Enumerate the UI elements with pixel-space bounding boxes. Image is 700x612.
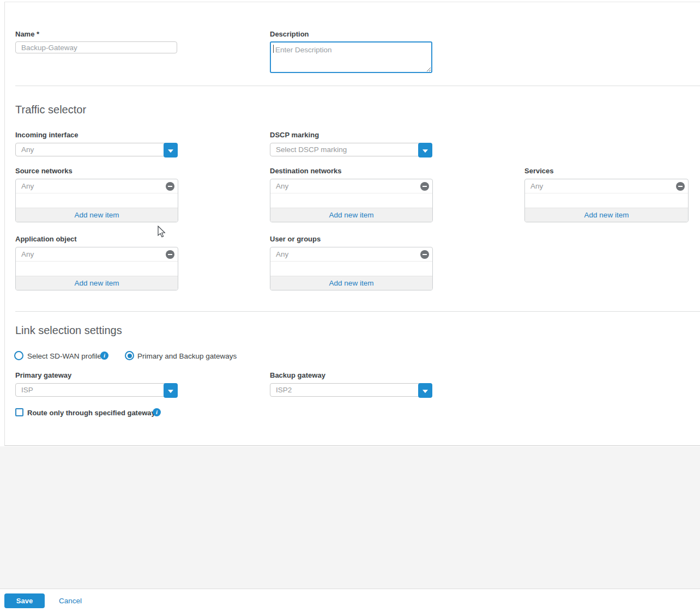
backup-gateway-label: Backup gateway: [270, 371, 325, 379]
incoming-interface-select[interactable]: Any: [15, 143, 178, 156]
radio-primary-backup-gateways-label: Primary and Backup gateways: [137, 352, 237, 361]
add-new-item-button[interactable]: Add new item: [525, 208, 688, 222]
list-item-label: Any: [21, 182, 34, 190]
text-caret: [273, 45, 274, 53]
application-object-label: Application object: [15, 235, 77, 243]
listbox-empty-area: [270, 193, 432, 208]
primary-gateway-value: ISP: [21, 384, 33, 396]
page-background-band: [0, 446, 700, 589]
remove-item-icon[interactable]: [166, 250, 174, 259]
info-icon[interactable]: i: [100, 352, 108, 360]
services-label: Services: [524, 167, 554, 175]
list-item: Any: [525, 179, 688, 193]
name-label: Name *: [15, 30, 39, 38]
list-item: Any: [270, 179, 432, 193]
backup-gateway-select[interactable]: ISP2: [270, 383, 432, 397]
remove-item-icon[interactable]: [166, 182, 174, 191]
listbox-empty-area: [16, 193, 178, 208]
route-only-checkbox[interactable]: [15, 408, 23, 416]
backup-gateway-value: ISP2: [276, 384, 292, 396]
save-button[interactable]: Save: [4, 593, 45, 608]
incoming-interface-value: Any: [21, 143, 34, 156]
radio-sdwan-profile[interactable]: [14, 351, 23, 360]
list-item-label: Any: [21, 250, 34, 258]
radio-primary-backup-gateways[interactable]: [125, 351, 134, 360]
section-divider: [15, 86, 700, 86]
source-networks-listbox: Any Add new item: [15, 179, 178, 222]
primary-gateway-select[interactable]: ISP: [15, 383, 178, 397]
dscp-marking-select[interactable]: Select DSCP marking: [270, 143, 432, 156]
add-new-item-button[interactable]: Add new item: [270, 276, 432, 290]
listbox-empty-area: [16, 262, 178, 276]
destination-networks-label: Destination networks: [270, 167, 341, 175]
info-icon[interactable]: i: [153, 408, 161, 416]
cancel-link[interactable]: Cancel: [59, 593, 82, 608]
user-or-groups-listbox: Any Add new item: [270, 247, 433, 290]
source-networks-label: Source networks: [15, 167, 73, 175]
section-divider: [15, 311, 700, 312]
action-footer: [0, 589, 700, 612]
add-new-item-button[interactable]: Add new item: [16, 276, 178, 290]
radio-sdwan-profile-label: Select SD-WAN profile: [27, 352, 101, 361]
remove-item-icon[interactable]: [420, 182, 429, 191]
add-new-item-button[interactable]: Add new item: [16, 208, 178, 222]
list-item: Any: [16, 247, 178, 262]
destination-networks-listbox: Any Add new item: [270, 179, 433, 222]
chevron-down-icon[interactable]: [164, 143, 178, 157]
list-item-label: Any: [530, 182, 543, 190]
list-item-label: Any: [276, 250, 288, 258]
sdwan-route-config-page: Name * Description Traffic selector Inco…: [0, 0, 700, 612]
description-label: Description: [270, 30, 309, 38]
listbox-empty-area: [270, 262, 432, 276]
remove-item-icon[interactable]: [676, 182, 685, 191]
name-input[interactable]: [15, 41, 177, 53]
list-item: Any: [270, 247, 432, 262]
primary-gateway-label: Primary gateway: [15, 371, 71, 379]
traffic-selector-heading: Traffic selector: [15, 104, 86, 116]
dscp-marking-value: Select DSCP marking: [276, 143, 347, 156]
add-new-item-button[interactable]: Add new item: [270, 208, 432, 222]
application-object-listbox: Any Add new item: [15, 247, 178, 290]
listbox-empty-area: [525, 193, 688, 208]
services-listbox: Any Add new item: [524, 179, 689, 222]
chevron-down-icon[interactable]: [418, 383, 432, 398]
dscp-marking-label: DSCP marking: [270, 131, 319, 139]
list-item-label: Any: [276, 182, 288, 190]
list-item: Any: [16, 179, 178, 193]
incoming-interface-label: Incoming interface: [15, 131, 79, 139]
description-textarea[interactable]: [270, 41, 432, 73]
remove-item-icon[interactable]: [420, 250, 429, 259]
chevron-down-icon[interactable]: [418, 143, 432, 157]
route-only-checkbox-label: Route only through specified gateways: [27, 409, 159, 417]
user-or-groups-label: User or groups: [270, 235, 321, 243]
chevron-down-icon[interactable]: [164, 383, 178, 398]
link-selection-heading: Link selection settings: [15, 324, 122, 337]
